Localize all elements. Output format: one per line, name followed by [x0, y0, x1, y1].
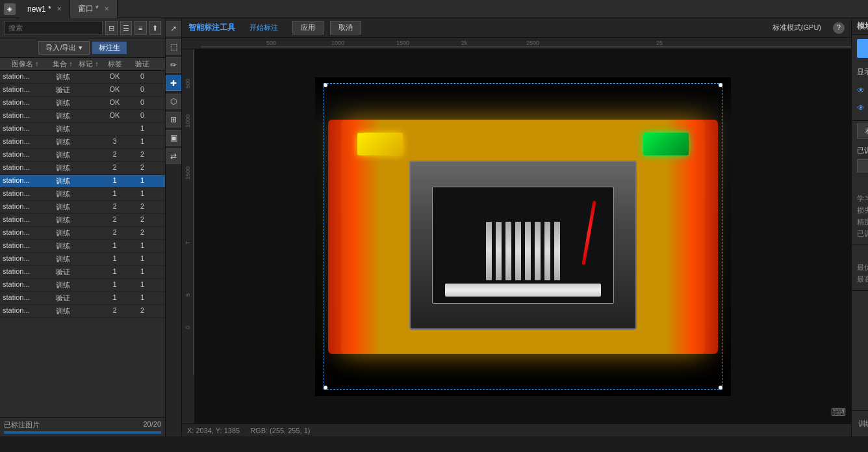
corner-br [719, 386, 722, 390]
svg-text:2500: 2500 [526, 40, 539, 46]
svg-text:1500: 1500 [396, 40, 409, 46]
status-bar: X: 2034, Y: 1385 RGB: (255, 255, 1) [182, 423, 851, 436]
training-info: 训练信息 学习率:0.004902损失:0.075702精度:0.9869已训练… [852, 176, 868, 245]
shape-tool-btn[interactable]: ⬡ [166, 94, 181, 109]
tab-close-new1[interactable]: ✕ [57, 5, 62, 12]
corner-bl [324, 386, 327, 390]
segment-button[interactable]: 脑筋分割 [857, 39, 868, 58]
led-yellow [357, 133, 403, 155]
sort-icon[interactable]: ☰ [120, 21, 133, 35]
table-row[interactable]: station... 训练 OK 0 [0, 110, 165, 123]
segment-eye-icon[interactable]: 👁 [857, 103, 865, 113]
pin-array [486, 222, 560, 280]
tab-label-btn[interactable]: 标注 [857, 124, 868, 139]
train-action-row: 显示图表 训练中心 [852, 159, 868, 176]
list-icon[interactable]: ≡ [134, 21, 147, 35]
ruler-top: 500 1000 1500 2k 2500 25 [182, 38, 851, 49]
table-body: station... 训练 OK 0 station... 验证 OK 0 st… [0, 71, 165, 417]
move-tool-btn[interactable]: ⇄ [166, 148, 181, 164]
progress-bar [4, 431, 161, 434]
cancel-btn[interactable]: 取消 [330, 21, 361, 34]
table-row[interactable]: station... 训练 1 [0, 123, 165, 136]
canvas-viewport[interactable]: ⌨ [195, 49, 851, 423]
left-panel: ⊟ ☰ ≡ ⬆ 导入/导出 ▾ 标注生 图像名 ↑ 集合 ↑ 标记 ↑ 标签 验… [0, 18, 166, 436]
inner-cavity [432, 187, 614, 304]
tab-close-window[interactable]: ✕ [104, 5, 109, 12]
svg-text:25: 25 [656, 40, 663, 46]
table-row[interactable]: station... 训练 2 2 [0, 305, 165, 318]
segment-line-row: 👁 分割线 [857, 103, 868, 113]
svg-text:T: T [185, 241, 191, 245]
smart-label-tool: 智能标注工具 [188, 22, 235, 33]
table-row[interactable]: station... 训练 2 2 [0, 201, 165, 214]
apply-btn[interactable]: 应用 [292, 21, 324, 34]
table-row[interactable]: station... 训练 OK 0 [0, 97, 165, 110]
table-row[interactable]: station... 训练 1 1 [0, 175, 165, 188]
svg-text:1500: 1500 [185, 166, 191, 179]
best-result-row: 最高精度:0.9888 [857, 274, 868, 284]
white-bar [445, 284, 601, 297]
canvas-image [315, 77, 731, 396]
right-panel: 模块 + ✕ 脑筋分割 ✓ 显示设置 👁 标注 100 % 👁 验证 100 % [851, 18, 868, 436]
table-row[interactable]: station... 验证 1 1 [0, 266, 165, 279]
search-input[interactable] [4, 21, 103, 35]
import-icon[interactable]: ⬆ [149, 21, 162, 35]
svg-text:5: 5 [185, 293, 191, 297]
help-button[interactable]: ? [833, 22, 845, 34]
keyboard-shortcut-icon: ⌨ [831, 406, 846, 418]
auto-label-button[interactable]: 标注生 [92, 42, 127, 54]
table-row[interactable]: station... 训练 OK 0 [0, 71, 165, 84]
filter-icon[interactable]: ⊟ [105, 21, 118, 35]
import-export-button[interactable]: 导入/导出 ▾ [38, 41, 89, 55]
table-row[interactable]: station... 训练 1 1 [0, 240, 165, 253]
best-result-row: 最优轮次:180 [857, 263, 868, 273]
center-toolbar: ↗ ⬚ ✏ ✚ ⬡ ⊞ ▣ ⇄ [166, 18, 182, 436]
table-row[interactable]: station... 训练 2 2 [0, 149, 165, 162]
right-panel-header: 模块 + ✕ [852, 18, 868, 35]
led-green [643, 133, 689, 155]
tab-window[interactable]: 窗口 * ✕ [70, 0, 118, 18]
trained-header: 已训练 参数配置 ▾ ↺ [852, 141, 868, 159]
table-row[interactable]: station... 训练 2 2 [0, 214, 165, 227]
show-chart-btn[interactable]: 显示图表 [857, 159, 868, 172]
table-row[interactable]: station... 验证 1 1 [0, 292, 165, 305]
label-eye-icon[interactable]: 👁 [857, 86, 865, 95]
table-footer: 已标注图片 20/20 [0, 417, 165, 436]
top-bar: ◈ new1 * ✕ 窗口 * ✕ [0, 0, 868, 18]
segment-row: 脑筋分割 ✓ [852, 35, 868, 62]
main-layout: ⊟ ☰ ≡ ⬆ 导入/导出 ▾ 标注生 图像名 ↑ 集合 ↑ 标记 ↑ 标签 验… [0, 18, 868, 436]
display-settings: 显示设置 👁 标注 100 % 👁 验证 100 % 👁 分割线 [852, 62, 868, 121]
table-row[interactable]: station... 训练 1 1 [0, 279, 165, 292]
table-row[interactable]: station... 训练 2 2 [0, 162, 165, 175]
canvas-area: 智能标注工具 开始标注 应用 取消 标准模式(GPU) ? 500 1000 1… [182, 18, 851, 436]
train-info-row: 损失:0.075702 [857, 206, 868, 215]
table-row[interactable]: station... 训练 2 2 [0, 227, 165, 240]
svg-text:1000: 1000 [185, 114, 191, 127]
tab-buttons: 标注 训练 验证 [852, 121, 868, 141]
grid-tool-btn[interactable]: ⊞ [166, 112, 181, 127]
open-label-btn[interactable]: 开始标注 [242, 21, 286, 34]
svg-text:2k: 2k [461, 40, 468, 46]
tab-new1[interactable]: new1 * ✕ [19, 0, 70, 18]
red-wire [581, 200, 596, 265]
metal-shell [409, 161, 637, 330]
mode-display: 标准模式(GPU) [772, 23, 821, 33]
import-export-bar: 导入/导出 ▾ 标注生 [0, 38, 165, 58]
cross-tool-btn[interactable]: ✚ [166, 75, 181, 91]
table-row[interactable]: station... 训练 1 1 [0, 188, 165, 201]
canvas-toolbar: 智能标注工具 开始标注 应用 取消 标准模式(GPU) ? [182, 18, 851, 38]
table-row[interactable]: station... 验证 OK 0 [0, 84, 165, 97]
polygon-tool-btn[interactable]: ✏ [166, 57, 181, 73]
train-info-row: 已训练时长:00:18:44 [857, 229, 868, 239]
label-display-row: 👁 标注 100 % 👁 验证 100 % [857, 81, 868, 100]
select-tool-btn[interactable]: ↗ [166, 21, 181, 36]
train-info-row: 精度:0.9869 [857, 217, 868, 227]
svg-text:1000: 1000 [331, 40, 344, 46]
table-row[interactable]: station... 训练 3 1 [0, 136, 165, 149]
rect-tool-btn[interactable]: ⬚ [166, 39, 181, 55]
region-tool-btn[interactable]: ▣ [166, 130, 181, 146]
svg-text:500: 500 [185, 79, 191, 88]
table-row[interactable]: station... 训练 1 1 [0, 253, 165, 266]
svg-text:0: 0 [185, 326, 191, 329]
ruler-left: 500 1000 1500 T 5 0 [182, 49, 195, 423]
